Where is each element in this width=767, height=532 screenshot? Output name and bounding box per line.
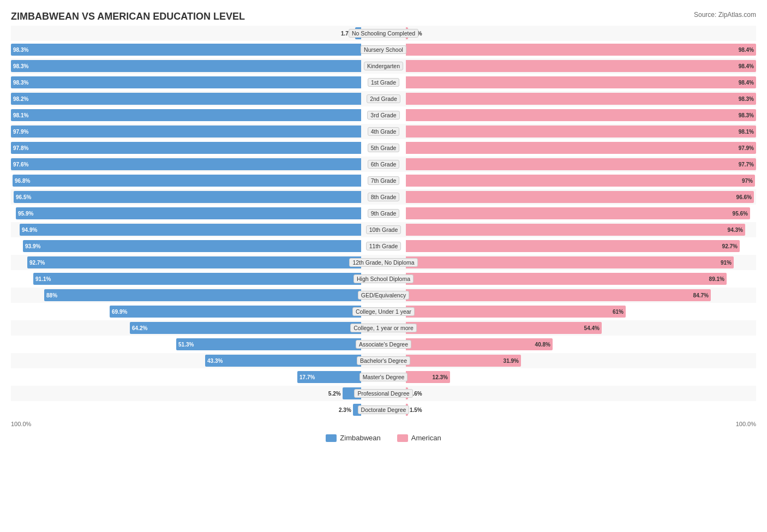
zim-bar: 93.9% [23,240,361,252]
left-half: 2.3% [11,402,361,417]
amer-value: 12.3% [433,374,448,380]
row-label-box: Kindergarten [361,62,406,70]
amer-value: 98.3% [739,112,754,118]
left-half: 98.3% [11,75,361,90]
row-label-box: 12th Grade, No Diploma [361,258,406,267]
row-label: Associate's Degree [356,340,411,349]
row-label-box: Nursery School [361,45,406,54]
left-half: 97.9% [11,124,361,139]
amer-bar: 97.9% [406,142,756,154]
right-half: 97.7% [406,157,756,172]
zim-value: 98.3% [13,63,28,69]
axis-right: 100.0% [406,421,756,427]
zim-bar: 96.8% [13,175,361,187]
zim-bar: 97.9% [11,125,361,138]
row-label-box: No Schooling Completed [361,29,406,38]
amer-bar: 94.3% [406,224,745,236]
row-label-box: 8th Grade [361,193,406,201]
right-half: 92.7% [406,238,756,254]
row-label-box: 3rd Grade [361,111,406,119]
zim-value: 91.1% [35,276,51,282]
right-half: 97% [406,173,756,188]
zim-value: 92.7% [29,260,45,266]
row-label: Doctorate Degree [358,405,410,414]
chart-row: 98.2%2nd Grade98.3% [11,91,756,106]
zim-bar: 97.8% [11,142,361,154]
chart-row: 17.7%Master's Degree12.3% [11,369,756,385]
left-half: 94.9% [11,222,361,237]
row-label: 4th Grade [368,127,400,136]
chart-row: 96.5%8th Grade96.6% [11,189,756,205]
left-half: 51.3% [11,337,361,352]
right-half: 98.4% [406,75,756,90]
amer-bar: 98.3% [406,109,756,121]
amer-value: 40.8% [535,342,550,348]
zim-value: 97.8% [13,145,28,151]
zim-bar: 69.9% [110,306,361,318]
left-half: 88% [11,288,361,303]
zim-value: 98.1% [13,112,28,118]
zim-value: 96.8% [15,178,30,184]
row-label: No Schooling Completed [349,29,418,38]
chart-container: ZIMBABWEAN VS AMERICAN EDUCATION LEVEL S… [0,0,767,532]
amer-bar: 61% [406,306,626,318]
amer-value: 98.3% [739,96,754,102]
zim-value: 93.9% [25,243,40,249]
row-label: College, Under 1 year [352,307,415,316]
american-label: American [411,434,441,442]
left-half: 96.5% [11,189,361,205]
row-label-box: Doctorate Degree [361,405,406,414]
american-color-swatch [397,434,408,442]
amer-value: 97.7% [739,162,754,168]
row-label: Nursery School [361,45,406,54]
row-label: 1st Grade [368,78,399,87]
left-half: 17.7% [11,369,361,385]
amer-bar: 97% [406,175,755,187]
zim-value: 98.3% [13,47,28,53]
chart-row: 1.7%No Schooling Completed1.7% [11,26,756,41]
zim-value: 51.3% [178,342,194,348]
row-label-box: 11th Grade [361,242,406,250]
chart-row: 92.7%12th Grade, No Diploma91% [11,255,756,270]
row-label-box: 1st Grade [361,78,406,87]
zim-value: 64.2% [132,325,147,331]
zim-value: 96.5% [16,194,31,200]
right-half: 94.3% [406,222,756,237]
row-label: 12th Grade, No Diploma [349,258,417,267]
legend: Zimbabwean American [11,434,756,442]
chart-row: 5.2%Professional Degree3.6% [11,386,756,401]
row-label-box: Associate's Degree [361,340,406,349]
amer-value: 89.1% [709,276,724,282]
right-half: 91% [406,255,756,270]
zim-bar: 98.2% [11,93,361,105]
right-half: 98.4% [406,58,756,74]
zim-value: 2.3% [339,407,351,413]
right-half: 89.1% [406,271,756,286]
axis-labels: 100.0% 100.0% [11,421,756,427]
chart-row: 64.2%College, 1 year or more54.4% [11,320,756,336]
source-label: Source: ZipAtlas.com [694,11,756,19]
left-half: 98.2% [11,91,361,106]
amer-value: 98.4% [739,47,754,53]
zimbabwean-label: Zimbabwean [340,434,380,442]
chart-row: 93.9%11th Grade92.7% [11,238,756,254]
row-label-box: 6th Grade [361,160,406,169]
chart-row: 98.3%Kindergarten98.4% [11,58,756,74]
left-half: 98.1% [11,107,361,123]
row-label: High School Diploma [353,274,414,283]
amer-bar: 98.1% [406,125,756,138]
zim-bar: 98.3% [11,60,361,72]
left-half: 1.7% [11,26,361,41]
amer-bar: 97.7% [406,158,756,170]
row-label-box: 4th Grade [361,127,406,136]
row-label: 3rd Grade [367,111,399,119]
legend-zimbabwean: Zimbabwean [326,434,380,442]
right-half: 54.4% [406,320,756,336]
chart-row: 97.8%5th Grade97.9% [11,140,756,156]
zim-value: 17.7% [299,374,315,380]
row-label: Bachelor's Degree [357,356,410,365]
zim-value: 95.9% [18,211,33,217]
zim-bar: 88% [44,289,361,301]
right-half: 98.1% [406,124,756,139]
row-label: Master's Degree [359,373,408,381]
